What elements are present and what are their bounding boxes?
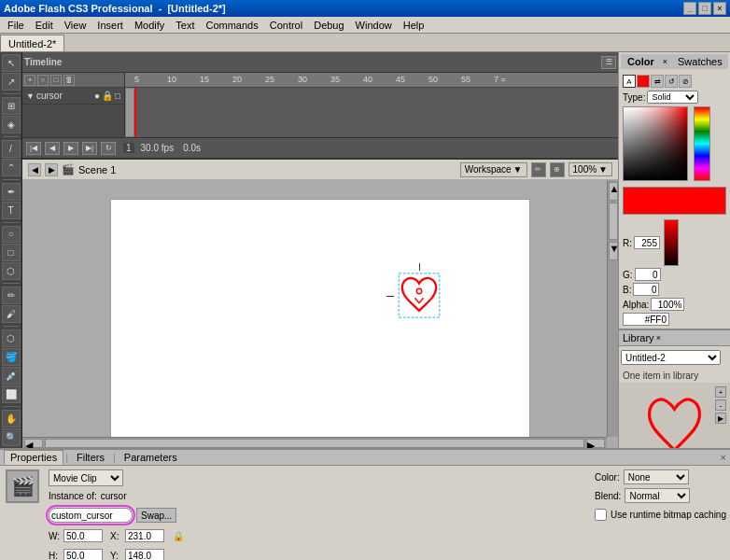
- canvas-area[interactable]: ◀ ▶ ▲ ▼: [22, 180, 618, 448]
- menu-file[interactable]: File: [2, 19, 30, 32]
- b-input[interactable]: [633, 283, 659, 296]
- menu-debug[interactable]: Debug: [308, 19, 349, 32]
- menu-control[interactable]: Control: [264, 19, 308, 32]
- text-tool[interactable]: T: [2, 202, 21, 219]
- layer-outline-icon[interactable]: □: [115, 91, 120, 101]
- color-props-dropdown[interactable]: None: [624, 469, 689, 484]
- menu-insert[interactable]: Insert: [91, 19, 129, 32]
- h-input[interactable]: [63, 549, 103, 560]
- fill-color-icon[interactable]: [637, 75, 650, 88]
- pen-tool[interactable]: ✒: [2, 183, 21, 201]
- vertical-scrollbar[interactable]: ▲ ▼: [607, 180, 618, 437]
- scrollbar-arrow-down[interactable]: ▼: [609, 242, 618, 260]
- g-input[interactable]: [635, 268, 661, 281]
- horizontal-scrollbar[interactable]: ◀ ▶: [22, 437, 607, 448]
- scrollbar-arrow-left[interactable]: ◀: [24, 439, 43, 448]
- x-input[interactable]: [125, 529, 164, 542]
- alpha-input[interactable]: [651, 298, 684, 311]
- props-close-btn[interactable]: ×: [721, 452, 726, 463]
- instance-name-input[interactable]: [49, 508, 133, 523]
- snap-btn[interactable]: ⊕: [550, 162, 565, 177]
- eraser-tool[interactable]: ⬜: [2, 385, 21, 403]
- workspace-dropdown[interactable]: Workspace ▼: [460, 162, 527, 177]
- lasso-tool[interactable]: ⌃: [2, 159, 21, 176]
- menu-view[interactable]: View: [59, 19, 92, 32]
- layer-visibility-icon[interactable]: ●: [94, 91, 100, 101]
- oval-tool[interactable]: ○: [2, 226, 21, 244]
- type-dropdown[interactable]: Movie Clip: [49, 469, 123, 486]
- select-tool[interactable]: ↖: [2, 54, 21, 72]
- line-tool[interactable]: /: [2, 140, 21, 158]
- menu-text[interactable]: Text: [170, 19, 200, 32]
- swap-button[interactable]: Swap...: [136, 508, 176, 523]
- timeline-menu-btn[interactable]: ☰: [601, 56, 616, 69]
- color-gradient-bar[interactable]: [694, 106, 710, 181]
- y-input[interactable]: [125, 549, 164, 560]
- menu-window[interactable]: Window: [350, 19, 398, 32]
- brush-tool[interactable]: 🖌: [2, 305, 21, 323]
- library-close-btn[interactable]: ×: [656, 333, 661, 343]
- add-guide-btn[interactable]: ○: [37, 75, 49, 86]
- keyframe-cell[interactable]: [125, 88, 134, 137]
- tab-filters[interactable]: Filters: [70, 450, 111, 465]
- free-transform-tool[interactable]: ⊞: [2, 97, 21, 115]
- loop-btn[interactable]: ↻: [101, 142, 116, 155]
- maximize-button[interactable]: □: [698, 2, 711, 15]
- r-input[interactable]: [634, 236, 660, 249]
- stroke-color-icon[interactable]: A: [623, 75, 636, 88]
- timeline-frames[interactable]: 5 10 15 20 25 30 35 40 45 50 55 7 =: [125, 73, 618, 137]
- color-type-select[interactable]: Solid: [647, 91, 698, 104]
- pencil-tool[interactable]: ✏: [2, 287, 21, 304]
- eyedropper-tool[interactable]: 💉: [2, 367, 21, 385]
- hand-tool[interactable]: ✋: [2, 410, 21, 427]
- minimize-button[interactable]: _: [683, 2, 696, 15]
- no-color-icon[interactable]: ⊘: [679, 75, 692, 88]
- scene-next-btn[interactable]: ▶: [45, 163, 58, 176]
- layer-lock-icon[interactable]: 🔒: [102, 91, 113, 101]
- tab-parameters[interactable]: Parameters: [118, 450, 184, 465]
- poly-tool[interactable]: ⬡: [2, 262, 21, 280]
- scrollbar-thumb-h[interactable]: [45, 439, 584, 448]
- hex-input[interactable]: [623, 313, 669, 326]
- w-input[interactable]: [63, 529, 103, 542]
- zoom-display[interactable]: 100% ▼: [569, 162, 612, 176]
- lib-zoom-out-btn[interactable]: -: [715, 399, 726, 411]
- doc-tab[interactable]: Untitled-2*: [0, 35, 64, 51]
- swap-colors-icon[interactable]: ⇄: [651, 75, 664, 88]
- subselect-tool[interactable]: ↗: [2, 73, 21, 91]
- lib-zoom-in-btn[interactable]: +: [715, 386, 726, 398]
- close-button[interactable]: ×: [713, 2, 726, 15]
- cache-checkbox[interactable]: [595, 509, 607, 521]
- library-doc-dropdown[interactable]: Untitled-2: [621, 350, 721, 365]
- scrollbar-thumb-v[interactable]: [609, 203, 618, 240]
- color-spectrum[interactable]: [623, 106, 688, 181]
- add-layer-btn[interactable]: +: [24, 75, 35, 86]
- menu-modify[interactable]: Modify: [129, 19, 170, 32]
- paint-bucket-tool[interactable]: 🪣: [2, 348, 21, 366]
- menu-commands[interactable]: Commands: [200, 19, 263, 32]
- prev-frame-btn[interactable]: ◀: [45, 142, 60, 155]
- add-folder-btn[interactable]: □: [50, 75, 62, 86]
- y-label: Y:: [110, 551, 121, 561]
- zoom-tool[interactable]: 🔍: [2, 428, 21, 446]
- next-frame-btn[interactable]: ▶|: [82, 142, 97, 155]
- ink-bottle-tool[interactable]: ⬡: [2, 329, 21, 347]
- reset-colors-icon[interactable]: ↺: [665, 75, 678, 88]
- lib-play-btn[interactable]: ▶: [715, 413, 726, 424]
- rect-tool[interactable]: □: [2, 244, 21, 261]
- scrollbar-arrow-right[interactable]: ▶: [586, 439, 605, 448]
- swatches-tab[interactable]: Swatches: [675, 55, 725, 68]
- delete-layer-btn[interactable]: 🗑: [63, 75, 75, 86]
- gradient-tool[interactable]: ◈: [2, 116, 21, 133]
- first-frame-btn[interactable]: |◀: [26, 142, 41, 155]
- menu-help[interactable]: Help: [398, 19, 430, 32]
- tab-properties[interactable]: Properties: [4, 450, 63, 465]
- play-btn[interactable]: ▶: [63, 142, 78, 155]
- scrollbar-arrow-up[interactable]: ▲: [609, 182, 618, 201]
- menu-edit[interactable]: Edit: [30, 19, 59, 32]
- scene-prev-btn[interactable]: ◀: [28, 163, 41, 176]
- edit-scene-btn[interactable]: ✏: [531, 162, 546, 177]
- lock-icon[interactable]: 🔒: [172, 529, 185, 542]
- color-tab[interactable]: Color: [625, 55, 657, 68]
- blend-dropdown[interactable]: Normal: [625, 488, 690, 503]
